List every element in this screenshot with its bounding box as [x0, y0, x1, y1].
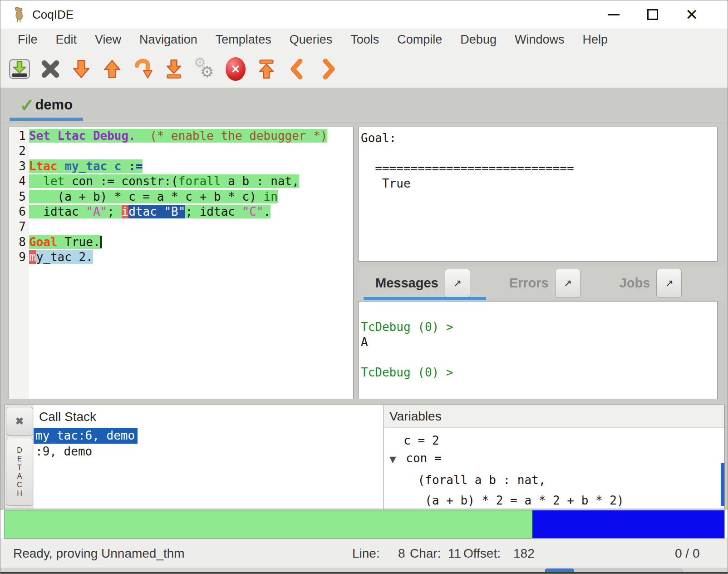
down-arrow-icon — [70, 57, 93, 81]
tab-messages[interactable]: Messages — [375, 276, 438, 291]
up-arrow-icon — [101, 57, 123, 81]
restart-button[interactable] — [255, 56, 278, 82]
interrupt-icon: ✕ — [226, 57, 246, 81]
close-document-icon — [39, 57, 62, 81]
code-line-2[interactable] — [29, 144, 353, 158]
menu-debug[interactable]: Debug — [451, 33, 506, 47]
code-line-4[interactable]: let con := constr:(forall a b : nat, — [29, 174, 353, 189]
menu-queries[interactable]: Queries — [280, 33, 342, 47]
code-line-3[interactable]: Ltac my_tac c := — [29, 159, 353, 174]
progress-bar — [4, 510, 725, 539]
variable-row[interactable]: c = 2 — [384, 433, 724, 448]
document-tab-bar: ✓ demo — [0, 88, 728, 123]
menu-bar: FileEditViewNavigationTemplatesQueriesTo… — [0, 29, 728, 50]
tab-jobs[interactable]: Jobs — [620, 276, 650, 291]
progress-segment — [5, 510, 532, 538]
maximize-button[interactable] — [638, 3, 668, 26]
minimize-button[interactable] — [599, 3, 629, 26]
menu-compile[interactable]: Compile — [388, 33, 451, 47]
char-label: Char: — [410, 546, 441, 561]
menu-edit[interactable]: Edit — [47, 33, 86, 47]
save-icon — [8, 57, 31, 81]
variable-row[interactable]: (forall a b : nat, — [384, 473, 724, 488]
minimize-icon — [608, 14, 620, 15]
down-arrow-to-bar-icon — [162, 57, 185, 81]
interrupt-button[interactable]: ✕ — [224, 56, 247, 82]
detach-errors-button[interactable]: ↗ — [555, 269, 580, 298]
variables-title: Variables — [384, 405, 724, 428]
progress-counter: 0 / 0 — [675, 546, 699, 561]
call-stack-frame[interactable]: my_tac:6, demo — [34, 428, 138, 444]
variables-rows: c = 2▼ con = (forall a b : nat, (a + b) … — [384, 433, 724, 509]
tab-errors[interactable]: Errors — [509, 276, 549, 291]
call-stack-close-button[interactable]: ✖ — [6, 407, 33, 436]
detach-arrow-icon: ↗ — [665, 277, 673, 289]
detach-jobs-button[interactable]: ↗ — [656, 269, 682, 298]
close-document-button[interactable] — [39, 56, 62, 82]
status-message: Ready, proving Unnamed_thm — [13, 546, 185, 561]
code-line-5[interactable]: (a + b) * c = a * c + b * c) in — [29, 189, 353, 204]
variables-panel: Variables c = 2▼ con = (forall a b : nat… — [384, 405, 725, 509]
line-value: 8 — [398, 546, 405, 561]
menu-file[interactable]: File — [9, 33, 47, 47]
forward-one-command-button[interactable] — [69, 56, 93, 82]
variables-scrollbar[interactable] — [721, 463, 724, 506]
session-area: 123456789 Set Ltac Debug. (* enable the … — [0, 123, 728, 404]
detach-arrow-icon: ↗ — [563, 277, 571, 289]
go-to-cursor-button[interactable] — [131, 56, 155, 82]
offset-label: Offset: — [463, 546, 501, 561]
debugger-area: ✖ D E T A C H Call Stack my_tac:6, demo:… — [0, 404, 728, 510]
code-line-6[interactable]: idtac "A"; idtac "B"; idtac "C". — [29, 204, 353, 219]
menu-windows[interactable]: Windows — [506, 33, 574, 47]
editor-lines: Set Ltac Debug. (* enable the debugger *… — [29, 127, 353, 265]
offset-value: 182 — [513, 546, 535, 561]
call-stack-panel: ✖ D E T A C H Call Stack my_tac:6, demo:… — [4, 405, 384, 509]
detach-vertical-label: D E T A C H — [17, 446, 22, 498]
script-editor[interactable]: 123456789 Set Ltac Debug. (* enable the … — [9, 127, 354, 399]
code-line-1[interactable]: Set Ltac Debug. (* enable the debugger *… — [29, 129, 353, 144]
right-chevron-icon — [317, 57, 339, 81]
close-button[interactable]: ✕ — [677, 3, 707, 26]
messages-panel[interactable]: TcDebug (0) >ATcDebug (0) > — [358, 301, 718, 399]
goal-panel[interactable]: Goal: ============================ True — [358, 127, 718, 262]
window-bottom-edge — [0, 572, 728, 574]
char-value: 11 — [448, 546, 461, 561]
coqide-window: CoqIDE ✕ FileEditViewNavigationTemplates… — [0, 0, 728, 574]
detach-messages-button[interactable]: ↗ — [445, 269, 470, 298]
progress-segment — [532, 510, 724, 538]
backward-one-command-button[interactable] — [100, 56, 124, 82]
title-bar: CoqIDE ✕ — [0, 0, 728, 29]
call-stack-frames: my_tac:6, demo:9, demo — [34, 428, 384, 460]
tab-label: demo — [35, 97, 73, 113]
close-icon: ✕ — [685, 7, 698, 22]
toolbar: ⚙⚙ ✕ — [0, 50, 728, 88]
menu-navigation[interactable]: Navigation — [130, 33, 207, 47]
line-label: Line: — [352, 546, 380, 561]
menu-help[interactable]: Help — [573, 33, 617, 47]
call-stack-detach-button[interactable]: D E T A C H — [6, 438, 33, 506]
variable-row[interactable]: ▼ con = — [384, 451, 724, 467]
menu-tools[interactable]: Tools — [341, 33, 388, 47]
fully-check-button[interactable]: ⚙⚙ — [193, 56, 216, 82]
window-title: CoqIDE — [32, 8, 74, 22]
previous-button[interactable] — [285, 56, 309, 82]
code-line-9[interactable]: my_tac 2. — [29, 250, 353, 265]
gears-icon: ⚙⚙ — [193, 56, 216, 82]
save-button[interactable] — [8, 56, 31, 82]
menu-templates[interactable]: Templates — [207, 33, 280, 47]
code-line-8[interactable]: Goal True. — [29, 235, 353, 250]
tab-demo[interactable]: ✓ demo — [9, 91, 83, 119]
detach-arrow-icon: ↗ — [453, 277, 461, 289]
go-to-end-button[interactable] — [162, 56, 186, 82]
menu-view[interactable]: View — [86, 33, 130, 47]
next-button[interactable] — [316, 56, 340, 82]
call-stack-frame[interactable]: :9, demo — [34, 444, 95, 460]
left-chevron-icon — [286, 57, 309, 81]
call-stack-controls: ✖ D E T A C H — [5, 405, 34, 509]
variable-row[interactable]: (a + b) * 2 = a * 2 + b * 2) — [384, 493, 724, 508]
call-stack-title: Call Stack — [34, 405, 384, 428]
code-line-7[interactable] — [29, 219, 353, 234]
coqide-logo-icon — [12, 6, 26, 23]
east-tab-strip: Messages ↗ Errors ↗ Jobs ↗ — [358, 266, 725, 300]
expander-triangle-icon[interactable]: ▼ — [389, 452, 396, 467]
